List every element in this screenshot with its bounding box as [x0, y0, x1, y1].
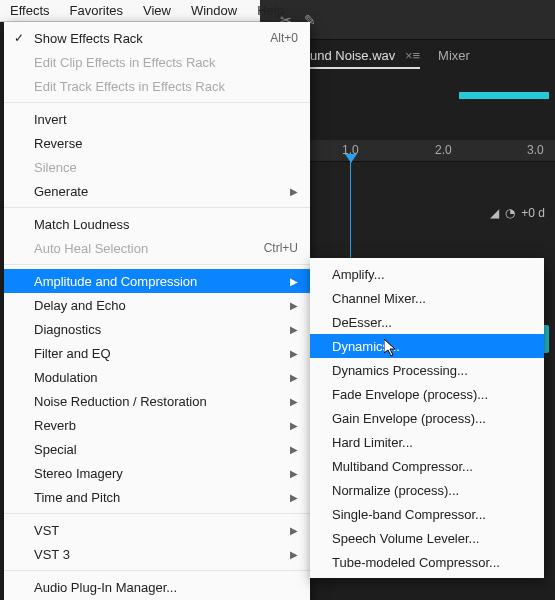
menu-label: DeEsser...: [332, 315, 532, 330]
menubar-view[interactable]: View: [133, 1, 181, 20]
menu-label: Silence: [34, 160, 298, 175]
menu-label: Edit Track Effects in Effects Rack: [34, 79, 298, 94]
menu-label: Normalize (process)...: [332, 483, 532, 498]
track-info-strip: ◢ ◔ +0 d: [490, 206, 545, 220]
menu-separator: [4, 207, 310, 208]
menu-special[interactable]: Special ▶: [4, 437, 310, 461]
ruler-tick: 3.0: [527, 143, 544, 157]
menubar-effects[interactable]: Effects: [4, 1, 60, 20]
menu-label: Multiband Compressor...: [332, 459, 532, 474]
clock-icon[interactable]: ◔: [505, 206, 515, 220]
menu-label: Diagnostics: [34, 322, 290, 337]
menu-label: Delay and Echo: [34, 298, 290, 313]
menu-match-loudness[interactable]: Match Loudness: [4, 212, 310, 236]
menu-auto-heal: Auto Heal Selection Ctrl+U: [4, 236, 310, 260]
tab-file-close[interactable]: ×≡: [405, 48, 420, 63]
submenu-dynamics[interactable]: Dynamics...: [310, 334, 544, 358]
menu-vst[interactable]: VST ▶: [4, 518, 310, 542]
ruler-tick: 2.0: [435, 143, 452, 157]
volume-icon[interactable]: ◢: [490, 206, 499, 220]
menu-separator: [4, 513, 310, 514]
menu-shortcut: Ctrl+U: [264, 241, 298, 255]
menu-label: Gain Envelope (process)...: [332, 411, 532, 426]
menu-edit-clip-effects: Edit Clip Effects in Effects Rack: [4, 50, 310, 74]
playhead-line: [350, 162, 351, 262]
time-ruler[interactable]: 1.0 2.0 3.0: [310, 140, 555, 162]
menu-silence: Silence: [4, 155, 310, 179]
menubar-favorites[interactable]: Favorites: [60, 1, 133, 20]
menu-label: Special: [34, 442, 290, 457]
tab-mixer[interactable]: Mixer: [438, 48, 470, 63]
menu-reverb[interactable]: Reverb ▶: [4, 413, 310, 437]
chevron-right-icon: ▶: [290, 420, 298, 431]
menu-noise-reduction[interactable]: Noise Reduction / Restoration ▶: [4, 389, 310, 413]
menu-modulation[interactable]: Modulation ▶: [4, 365, 310, 389]
menu-label: Dynamics...: [332, 339, 532, 354]
menu-show-effects-rack[interactable]: ✓ Show Effects Rack Alt+0: [4, 26, 310, 50]
menu-stereo-imagery[interactable]: Stereo Imagery ▶: [4, 461, 310, 485]
submenu-gain-envelope[interactable]: Gain Envelope (process)...: [310, 406, 544, 430]
menu-generate[interactable]: Generate ▶: [4, 179, 310, 203]
chevron-right-icon: ▶: [290, 324, 298, 335]
check-icon: ✓: [14, 31, 24, 45]
menu-label: Edit Clip Effects in Effects Rack: [34, 55, 298, 70]
tab-file[interactable]: und Noise.wav ×≡: [310, 48, 420, 69]
menu-separator: [4, 570, 310, 571]
menubar-help[interactable]: Help: [247, 1, 294, 20]
menu-label: Tube-modeled Compressor...: [332, 555, 532, 570]
gain-readout: +0 d: [521, 206, 545, 220]
menu-label: VST 3: [34, 547, 290, 562]
chevron-right-icon: ▶: [290, 525, 298, 536]
chevron-right-icon: ▶: [290, 300, 298, 311]
menu-label: Audio Plug-In Manager...: [34, 580, 298, 595]
menu-label: Amplify...: [332, 267, 532, 282]
menu-label: Time and Pitch: [34, 490, 290, 505]
submenu-deesser[interactable]: DeEsser...: [310, 310, 544, 334]
menu-label: Dynamics Processing...: [332, 363, 532, 378]
waveform-overview: [459, 92, 549, 99]
menu-diagnostics[interactable]: Diagnostics ▶: [4, 317, 310, 341]
menu-label: Filter and EQ: [34, 346, 290, 361]
chevron-right-icon: ▶: [290, 186, 298, 197]
submenu-channel-mixer[interactable]: Channel Mixer...: [310, 286, 544, 310]
menu-amplitude-compression[interactable]: Amplitude and Compression ▶: [4, 269, 310, 293]
menu-label: Noise Reduction / Restoration: [34, 394, 290, 409]
menu-label: Match Loudness: [34, 217, 298, 232]
submenu-hard-limiter[interactable]: Hard Limiter...: [310, 430, 544, 454]
amplitude-compression-submenu: Amplify... Channel Mixer... DeEsser... D…: [310, 258, 544, 578]
submenu-speech-volume-leveler[interactable]: Speech Volume Leveler...: [310, 526, 544, 550]
playhead-marker-icon[interactable]: [345, 154, 357, 163]
menu-edit-track-effects: Edit Track Effects in Effects Rack: [4, 74, 310, 98]
submenu-tube-modeled-compressor[interactable]: Tube-modeled Compressor...: [310, 550, 544, 574]
menu-label: Modulation: [34, 370, 290, 385]
menu-label: Stereo Imagery: [34, 466, 290, 481]
menu-label: Invert: [34, 112, 298, 127]
menubar-window[interactable]: Window: [181, 1, 247, 20]
submenu-multiband-compressor[interactable]: Multiband Compressor...: [310, 454, 544, 478]
menu-label: Hard Limiter...: [332, 435, 532, 450]
submenu-normalize[interactable]: Normalize (process)...: [310, 478, 544, 502]
chevron-right-icon: ▶: [290, 468, 298, 479]
menu-plugin-manager[interactable]: Audio Plug-In Manager...: [4, 575, 310, 599]
submenu-dynamics-processing[interactable]: Dynamics Processing...: [310, 358, 544, 382]
tab-file-label: und Noise.wav: [310, 48, 395, 63]
menu-time-pitch[interactable]: Time and Pitch ▶: [4, 485, 310, 509]
menu-filter-eq[interactable]: Filter and EQ ▶: [4, 341, 310, 365]
submenu-single-band-compressor[interactable]: Single-band Compressor...: [310, 502, 544, 526]
effects-menu: ✓ Show Effects Rack Alt+0 Edit Clip Effe…: [4, 22, 310, 600]
menubar: Effects Favorites View Window Help: [0, 0, 260, 22]
submenu-amplify[interactable]: Amplify...: [310, 262, 544, 286]
menu-label: Amplitude and Compression: [34, 274, 290, 289]
chevron-right-icon: ▶: [290, 276, 298, 287]
chevron-right-icon: ▶: [290, 549, 298, 560]
submenu-fade-envelope[interactable]: Fade Envelope (process)...: [310, 382, 544, 406]
menu-reverse[interactable]: Reverse: [4, 131, 310, 155]
menu-label: Reverse: [34, 136, 298, 151]
chevron-right-icon: ▶: [290, 492, 298, 503]
menu-invert[interactable]: Invert: [4, 107, 310, 131]
menu-label: Channel Mixer...: [332, 291, 532, 306]
chevron-right-icon: ▶: [290, 372, 298, 383]
tab-row: und Noise.wav ×≡ Mixer: [310, 48, 470, 69]
menu-delay-echo[interactable]: Delay and Echo ▶: [4, 293, 310, 317]
menu-vst3[interactable]: VST 3 ▶: [4, 542, 310, 566]
